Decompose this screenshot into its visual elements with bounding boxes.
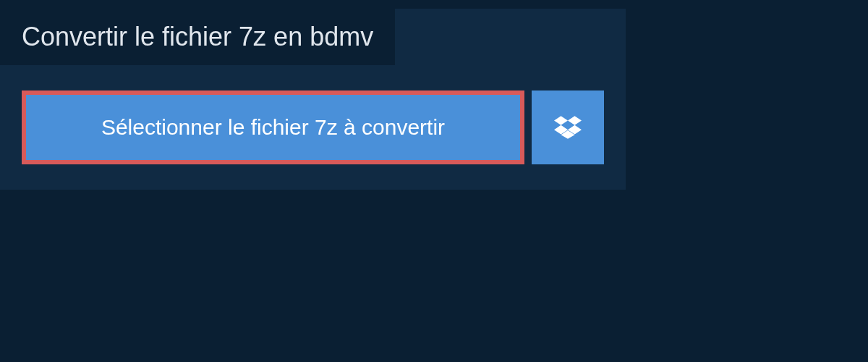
action-row: Sélectionner le fichier 7z à convertir [0,65,626,164]
converter-panel: Convertir le fichier 7z en bdmv Sélectio… [0,9,626,190]
dropbox-icon [554,114,582,141]
dropbox-button[interactable] [532,90,604,164]
select-file-button[interactable]: Sélectionner le fichier 7z à convertir [22,90,524,164]
page-title: Convertir le fichier 7z en bdmv [0,9,395,65]
